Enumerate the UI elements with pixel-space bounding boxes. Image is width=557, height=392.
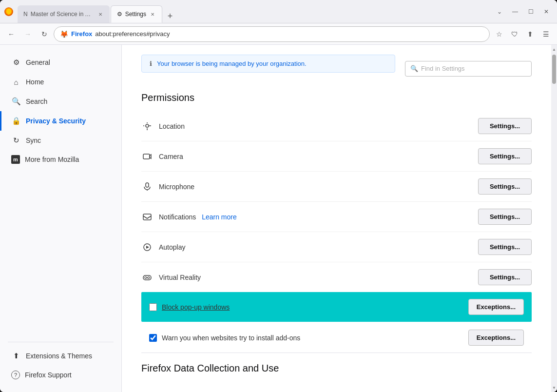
scrollbar-thumb[interactable] <box>552 55 556 84</box>
sidebar-item-search-label: Search <box>26 98 47 105</box>
firefox-logo-icon <box>4 7 14 17</box>
sidebar-item-extensions-label: Extensions & Themes <box>26 352 92 360</box>
svg-point-10 <box>145 276 147 278</box>
sidebar-item-support[interactable]: ? Firefox Support <box>0 366 121 384</box>
location-settings-button[interactable]: Settings... <box>478 118 532 134</box>
camera-settings-button[interactable]: Settings... <box>478 148 532 164</box>
sidebar-item-mozilla[interactable]: m More from Mozilla <box>0 150 121 169</box>
lock-icon: 🔒 <box>11 116 21 126</box>
permission-row-notifications: Notifications Learn more Settings... <box>141 202 532 232</box>
menu-icon[interactable]: ☰ <box>538 27 553 41</box>
warn-addons-row: Warn you when websites try to install ad… <box>141 323 532 353</box>
sidebar-item-sync[interactable]: ↻ Sync <box>0 131 121 150</box>
tab-2[interactable]: ⚙ Settings ✕ <box>111 5 162 23</box>
pocket-icon[interactable]: 🛡 <box>507 27 522 41</box>
dropdown-icon[interactable]: ⌄ <box>493 5 506 19</box>
microphone-settings-button[interactable]: Settings... <box>478 178 532 195</box>
sidebar-item-search[interactable]: 🔍 Search <box>0 92 121 111</box>
extensions-icon[interactable]: ⬆ <box>523 27 538 41</box>
sidebar-item-privacy[interactable]: 🔒 Privacy & Security <box>0 111 121 131</box>
sidebar: ⚙ General ⌂ Home 🔍 Search 🔒 Privacy & Se… <box>0 45 122 392</box>
tab-1-favicon: N <box>23 11 28 18</box>
svg-marker-3 <box>150 155 151 158</box>
notifications-settings-button[interactable]: Settings... <box>478 209 532 225</box>
sidebar-item-home-label: Home <box>26 78 44 86</box>
warn-addons-exceptions-button[interactable]: Exceptions... <box>468 330 524 346</box>
svg-point-1 <box>146 124 149 127</box>
scrollbar-down-button[interactable]: ▼ <box>552 384 557 391</box>
tabs-area: N Master of Science in Applied Be ✕ ⚙ Se… <box>18 0 491 23</box>
bottom-section-title: Firefox Data Collection and Use <box>141 353 532 379</box>
permission-row-autoplay: Autoplay Settings... <box>141 232 532 262</box>
camera-icon <box>141 151 153 162</box>
new-tab-button[interactable]: + <box>163 9 177 23</box>
address-url: about:preferences#privacy <box>95 30 170 38</box>
sidebar-item-general[interactable]: ⚙ General <box>0 53 121 72</box>
svg-rect-2 <box>143 154 150 159</box>
block-popup-exceptions-button[interactable]: Exceptions... <box>468 299 524 315</box>
back-button[interactable]: ← <box>4 27 19 41</box>
main-content: ℹ Your browser is being managed by your … <box>122 45 551 392</box>
sidebar-item-home[interactable]: ⌂ Home <box>0 72 121 92</box>
top-bar: ℹ Your browser is being managed by your … <box>141 55 532 82</box>
svg-rect-4 <box>146 183 149 187</box>
address-brand-label: Firefox <box>71 30 92 38</box>
maximize-button[interactable]: ☐ <box>524 5 538 19</box>
support-icon: ? <box>11 371 20 379</box>
scrollbar-up-button[interactable]: ▲ <box>552 46 557 53</box>
permission-row-vr: Virtual Reality Settings... <box>141 262 532 292</box>
refresh-button[interactable]: ↻ <box>37 27 52 41</box>
permissions-title: Permissions <box>141 92 532 103</box>
notifications-icon <box>141 211 153 223</box>
find-placeholder: Find in Settings <box>421 65 465 72</box>
sidebar-item-general-label: General <box>26 59 50 66</box>
close-button[interactable]: ✕ <box>539 5 553 19</box>
autoplay-label: Autoplay <box>159 243 478 251</box>
notifications-learn-more-link[interactable]: Learn more <box>202 213 237 221</box>
vr-label: Virtual Reality <box>159 274 478 281</box>
search-icon: 🔍 <box>11 97 21 106</box>
gear-icon: ⚙ <box>11 58 21 67</box>
microphone-label: Microphone <box>159 183 478 191</box>
warn-addons-checkbox[interactable] <box>149 334 157 342</box>
block-popup-label: Block pop-up windows <box>162 303 468 311</box>
mozilla-icon: m <box>11 155 20 164</box>
tab-2-title: Settings <box>125 11 146 18</box>
tab-2-favicon: ⚙ <box>117 11 122 18</box>
browser-content: ⚙ General ⌂ Home 🔍 Search 🔒 Privacy & Se… <box>0 45 557 392</box>
sync-icon: ↻ <box>11 136 21 145</box>
find-search-icon: 🔍 <box>410 65 418 72</box>
sidebar-item-support-label: Firefox Support <box>25 371 72 379</box>
sidebar-item-extensions[interactable]: ⬆ Extensions & Themes <box>0 346 121 366</box>
nav-icons: ☆ 🛡 ⬆ ☰ <box>492 27 553 41</box>
scrollbar-track: ▲ ▼ <box>551 45 557 392</box>
sidebar-item-sync-label: Sync <box>26 137 41 144</box>
tab-1-close[interactable]: ✕ <box>97 11 104 18</box>
svg-marker-8 <box>146 246 149 249</box>
tab-2-close[interactable]: ✕ <box>149 11 156 18</box>
svg-point-11 <box>148 276 150 278</box>
autoplay-icon <box>141 241 153 253</box>
tab-1-title: Master of Science in Applied Be <box>31 11 94 18</box>
managed-bar-link[interactable]: Your browser is being managed by your or… <box>157 60 307 67</box>
permission-row-location: Location Settings... <box>141 111 532 141</box>
tab-1[interactable]: N Master of Science in Applied Be ✕ <box>18 5 110 23</box>
address-bar[interactable]: 🦊 Firefox about:preferences#privacy <box>54 26 490 42</box>
block-popup-row: Block pop-up windows Exceptions... <box>141 292 532 322</box>
find-in-settings-input[interactable]: 🔍 Find in Settings <box>405 61 532 77</box>
vr-icon <box>141 272 153 283</box>
forward-button[interactable]: → <box>20 27 35 41</box>
permission-row-camera: Camera Settings... <box>141 141 532 172</box>
managed-bar: ℹ Your browser is being managed by your … <box>141 55 395 73</box>
autoplay-settings-button[interactable]: Settings... <box>478 239 532 255</box>
vr-settings-button[interactable]: Settings... <box>478 269 532 285</box>
bookmark-icon[interactable]: ☆ <box>492 27 506 41</box>
block-popup-checkbox[interactable] <box>149 303 157 311</box>
location-icon <box>141 120 153 132</box>
managed-bar-icon: ℹ <box>150 60 152 67</box>
location-label: Location <box>159 122 478 130</box>
notifications-label: Notifications Learn more <box>159 213 478 221</box>
sidebar-item-privacy-label: Privacy & Security <box>26 117 86 125</box>
camera-label: Camera <box>159 153 478 160</box>
minimize-button[interactable]: — <box>508 5 522 19</box>
